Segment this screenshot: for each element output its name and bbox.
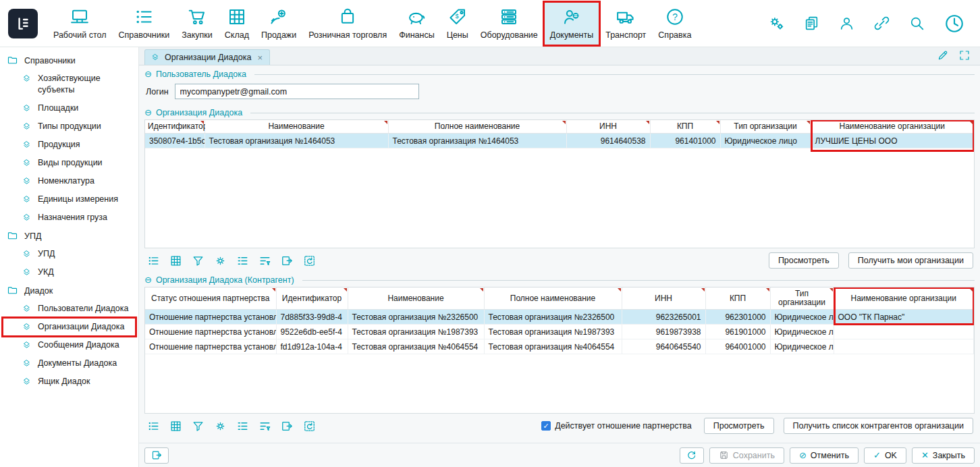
table-row[interactable]: 350807e4-1b5c-44ff- Тестовая организация…: [145, 134, 974, 148]
toolbar-item-documents[interactable]: Документы: [544, 2, 599, 45]
refresh-grid-icon[interactable]: [303, 420, 316, 433]
sidebar-item-ploshchadki[interactable]: Площадки: [3, 99, 136, 117]
tab-organizacii-diadoka[interactable]: Организации Диадока ×: [144, 49, 270, 65]
search-icon[interactable]: [908, 15, 925, 32]
sidebar-item-nomenklatura[interactable]: Номенклатура: [3, 172, 136, 190]
filter-icon[interactable]: [192, 420, 205, 433]
link-icon[interactable]: [873, 15, 890, 32]
table-row[interactable]: Отношение партнерства установлено 9522e6…: [145, 325, 974, 339]
sidebar-item-hoz-subekty[interactable]: Хозяйствующие субъекты: [3, 70, 136, 99]
sidebar-item-yashchik-diadok[interactable]: Ящик Диадок: [3, 373, 136, 391]
sidebar-item-organizacii-diadoka[interactable]: Организации Диадока: [3, 318, 136, 336]
app-logo[interactable]: [8, 9, 38, 38]
toolbar-item-desktop[interactable]: Рабочий стол: [47, 2, 112, 45]
toolbar-item-finance[interactable]: Финансы: [393, 2, 440, 45]
column-header-identifier[interactable]: Идентификатор: [145, 120, 205, 134]
copy-icon[interactable]: [803, 15, 820, 32]
toolbar-item-prices[interactable]: Цены: [441, 2, 474, 45]
list-view-icon[interactable]: [147, 420, 160, 433]
cancel-icon: ⊘: [799, 450, 807, 460]
counterparty-table: Статус отношения партнерства Идентификат…: [145, 287, 974, 354]
column-header-partnership-status[interactable]: Статус отношения партнерства: [145, 287, 276, 310]
sidebar-folder-upd[interactable]: УПД: [3, 227, 136, 245]
close-button[interactable]: ✕Закрыть: [912, 447, 975, 464]
export-icon[interactable]: [281, 420, 294, 433]
column-header-kpp[interactable]: КПП: [650, 120, 720, 134]
gear-icon[interactable]: [214, 420, 227, 433]
sidebar-item-naznacheniya-gruza[interactable]: Назначения груза: [3, 209, 136, 227]
column-header-inn[interactable]: ИНН: [622, 287, 705, 310]
price-tag-icon: [447, 7, 468, 27]
table-row[interactable]: Отношение партнерства установлено fd1d91…: [145, 339, 974, 354]
sidebar-item-polzovateli-diadoka[interactable]: Пользователи Диадока: [3, 300, 136, 318]
row-list-icon[interactable]: [236, 254, 249, 267]
toolbar-right-icons: [768, 13, 975, 34]
column-header-name[interactable]: Наименование: [205, 120, 388, 134]
login-input[interactable]: [175, 84, 419, 99]
group-title: Организация Диадока (Контрагент): [156, 275, 294, 285]
partnership-active-checkbox[interactable]: ✓ Действует отношение партнерства: [541, 421, 692, 431]
sidebar-item-produkciya[interactable]: Продукция: [3, 136, 136, 154]
column-header-full-name[interactable]: Полное наименование: [388, 120, 566, 134]
toolbar-item-help[interactable]: Справка: [652, 2, 697, 45]
grid-view-icon[interactable]: [169, 254, 182, 267]
edit-pencil-icon[interactable]: [937, 49, 949, 61]
ok-button[interactable]: ✓OK: [864, 447, 906, 464]
view-counterparty-button[interactable]: Просмотреть: [704, 418, 774, 434]
sidebar-item-tipy-produkcii[interactable]: Типы продукции: [3, 117, 136, 136]
refresh-grid-icon[interactable]: [303, 254, 316, 267]
column-header-inn[interactable]: ИНН: [566, 120, 650, 134]
export-form-button[interactable]: [144, 447, 169, 464]
clock-icon[interactable]: [944, 13, 965, 34]
collapse-icon[interactable]: ⊖: [144, 276, 152, 284]
view-org-button[interactable]: Просмотреть: [769, 252, 839, 269]
toolbar-item-retail[interactable]: Розничная торговля: [302, 2, 393, 45]
sidebar-folder-spravochniki[interactable]: Справочники: [3, 51, 136, 70]
list-filter-icon[interactable]: [258, 254, 271, 267]
toolbar-item-equipment[interactable]: Оборудование: [474, 2, 544, 45]
sidebar-item-vidy-produkcii[interactable]: Виды продукции: [3, 154, 136, 172]
sidebar-item-edinicy-izmereniya[interactable]: Единицы измерения: [3, 190, 136, 209]
column-header-org-name[interactable]: Наименование организации: [811, 120, 974, 134]
filter-icon[interactable]: [192, 254, 205, 267]
sidebar-item-dokumenty-diadoka[interactable]: Документы Диадока: [3, 354, 136, 373]
get-counterparties-button[interactable]: Получить список контрагентов организации: [784, 418, 973, 434]
cancel-button[interactable]: ⊘Отменить: [790, 447, 859, 464]
row-list-icon[interactable]: [236, 420, 249, 433]
export-icon[interactable]: [281, 254, 294, 267]
sidebar-folder-diadok[interactable]: Диадок: [3, 281, 136, 300]
user-icon[interactable]: [838, 15, 855, 32]
collapse-icon[interactable]: ⊖: [144, 109, 152, 117]
column-header-org-name[interactable]: Наименование организации: [834, 287, 974, 310]
group-title: Организация Диадока: [156, 108, 242, 117]
toolbar-item-sales[interactable]: Продажи: [255, 2, 302, 45]
toolbar-item-purchases[interactable]: Закупки: [175, 2, 219, 45]
close-icon: ✕: [921, 450, 929, 460]
tab-close-icon[interactable]: ×: [257, 54, 263, 61]
save-button[interactable]: Сохранить: [709, 447, 784, 464]
shopping-bag-icon: [337, 7, 358, 27]
column-header-full-name[interactable]: Полное наименование: [484, 287, 622, 310]
list-view-icon[interactable]: [147, 254, 160, 267]
expand-icon[interactable]: [958, 49, 971, 61]
table-row[interactable]: Отношение партнерства установлено 7d885f…: [145, 310, 974, 325]
org-table-container: Идентификатор Наименование Полное наимен…: [144, 119, 975, 248]
column-header-org-type[interactable]: Тип организации: [770, 287, 834, 310]
toolbar-item-warehouse[interactable]: Склад: [219, 2, 255, 45]
refresh-button[interactable]: [680, 447, 704, 464]
get-my-organizations-button[interactable]: Получить мои организации: [848, 252, 973, 269]
column-header-identifier[interactable]: Идентификатор: [276, 287, 348, 310]
column-header-org-type[interactable]: Тип организации: [720, 120, 811, 134]
column-header-kpp[interactable]: КПП: [705, 287, 770, 310]
grid-view-icon[interactable]: [169, 420, 182, 433]
toolbar-item-references[interactable]: Справочники: [112, 2, 175, 45]
gear-icon[interactable]: [214, 254, 227, 267]
sidebar-item-upd[interactable]: УПД: [3, 245, 136, 263]
list-filter-icon[interactable]: [258, 420, 271, 433]
sidebar-item-soobshcheniya-diadoka[interactable]: Сообщения Диадока: [3, 336, 136, 354]
sidebar-item-ukd[interactable]: УКД: [3, 263, 136, 281]
settings-icon[interactable]: [768, 15, 785, 32]
column-header-name[interactable]: Наименование: [348, 287, 484, 310]
collapse-icon[interactable]: ⊖: [144, 70, 152, 78]
toolbar-item-transport[interactable]: Транспорт: [599, 2, 652, 45]
